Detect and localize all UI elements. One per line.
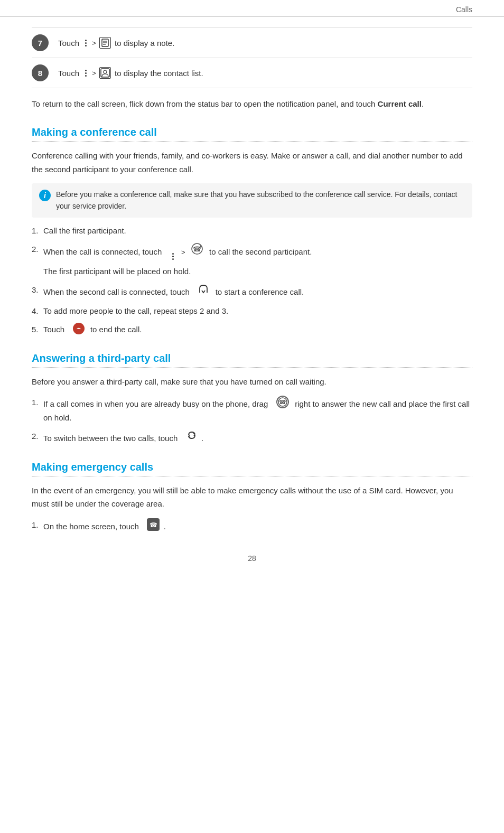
section-emergency-title: Making emergency calls [32,461,472,473]
svg-text:☎: ☎ [279,399,286,405]
conference-step-3-content: When the second call is connected, touch… [43,283,472,299]
menu-dots-icon-8 [83,70,88,77]
merge-icon [198,283,209,295]
end-call-icon [73,323,85,334]
header-bar: Calls [0,0,504,17]
conference-step-2-num: 2. [32,242,43,256]
page-container: 7 Touch > to display a note. 8 T [0,17,504,594]
step-8-text-before: Touch [58,69,79,78]
conference-step-2-content: When the call is connected, touch > ☎ to… [43,242,472,260]
conference-step-2-text: When the call is connected, touch [43,247,162,256]
third-party-step-1-text: If a call comes in when you are already … [43,399,268,408]
step-8-row: 8 Touch > to display the contact list. [32,58,472,88]
page-number: 28 [32,554,472,563]
svg-point-5 [104,70,107,73]
conference-step-3-text-after: to start a conference call. [216,287,304,296]
conference-step-3-num: 3. [32,283,43,297]
phone-home-icon: ☎ [147,518,160,531]
arrow-icon-7: > [92,39,96,47]
conference-step-3: 3. When the second call is connected, to… [32,283,472,299]
section-conference: Making a conference call Conference call… [32,126,472,336]
third-party-step-1-content: If a call comes in when you are already … [43,396,472,424]
conference-step-4-num: 4. [32,304,43,318]
conference-step-4: 4. To add more people to the call, repea… [32,304,472,318]
contact-icon-8 [99,67,111,79]
conference-step-1-text: Call the first participant. [43,224,472,238]
third-party-step-1-num: 1. [32,396,43,409]
conference-step-5-num: 5. [32,323,43,336]
step-8-text-after: to display the contact list. [115,69,203,78]
conference-step-1: 1. Call the first participant. [32,224,472,238]
add-call-icon: ☎ [191,242,203,255]
conference-step-2: 2. When the call is connected, touch > ☎ [32,242,472,260]
section-conference-divider [32,141,472,142]
third-party-step-2-text-after: . [201,434,203,443]
section-emergency-divider [32,476,472,476]
emergency-step-1-num: 1. [32,518,43,532]
step-7-row: 7 Touch > to display a note. [32,27,472,58]
third-party-step-1: 1. If a call comes in when you are alrea… [32,396,472,424]
section-conference-intro: Conference calling with your friends, fa… [32,149,472,176]
conference-step-3-text: When the second call is connected, touch [43,287,190,296]
conference-step-1-num: 1. [32,224,43,238]
conference-step-5: 5. Touch to end the call. [32,323,472,336]
note-icon-7 [99,37,111,49]
step-7-text-before: Touch [58,39,79,48]
third-party-step-2: 2. To switch between the two calls, touc… [32,429,472,445]
section-third-party-intro: Before you answer a third-party call, ma… [32,375,472,389]
step-8-badge: 8 [32,64,49,81]
menu-dots-icon-7 [83,40,88,46]
conference-info-box: i Before you make a conference call, mak… [32,183,472,218]
emergency-step-1-text: On the home screen, touch [43,522,139,531]
drag-phone-icon: ☎ [276,396,289,408]
step-7-badge: 7 [32,34,49,51]
conference-step-2-text-after: to call the second participant. [209,247,312,256]
switch-calls-icon [186,429,198,441]
conference-step-5-text: Touch [43,325,64,334]
arrow-icon-conf: > [181,248,185,256]
third-party-step-2-content: To switch between the two calls, touch . [43,429,472,445]
svg-text:☎: ☎ [150,521,157,528]
section-emergency: Making emergency calls In the event of a… [32,461,472,534]
section-third-party: Answering a third-party call Before you … [32,352,472,445]
current-call-label: Current call [378,99,422,108]
conference-step-5-text-after: to end the call. [90,325,142,334]
return-text: To return to the call screen, flick down… [32,98,472,110]
step-8-content: Touch > to display the contact list. [58,67,472,79]
menu-dots-icon-conf [171,253,175,260]
section-third-party-title: Answering a third-party call [32,352,472,364]
step-7-content: Touch > to display a note. [58,37,472,49]
conference-step-4-text: To add more people to the call, repeat s… [43,304,472,318]
emergency-step-1-content: On the home screen, touch ☎ . [43,518,472,534]
emergency-step-1: 1. On the home screen, touch ☎ . [32,518,472,534]
section-conference-title: Making a conference call [32,126,472,138]
emergency-step-1-text-after: . [164,522,166,531]
step-7-text-after: to display a note. [115,39,174,48]
conference-info-text: Before you make a conference call, make … [56,189,465,212]
section-third-party-divider [32,367,472,368]
conference-step-5-content: Touch to end the call. [43,323,472,336]
third-party-step-2-num: 2. [32,429,43,443]
header-title: Calls [456,5,472,14]
conference-step-2-sub: The first participant will be placed on … [43,265,472,278]
info-icon: i [39,190,51,201]
section-emergency-intro: In the event of an emergency, you will s… [32,484,472,511]
third-party-step-2-text: To switch between the two calls, touch [43,434,178,443]
arrow-icon-8: > [92,69,96,77]
